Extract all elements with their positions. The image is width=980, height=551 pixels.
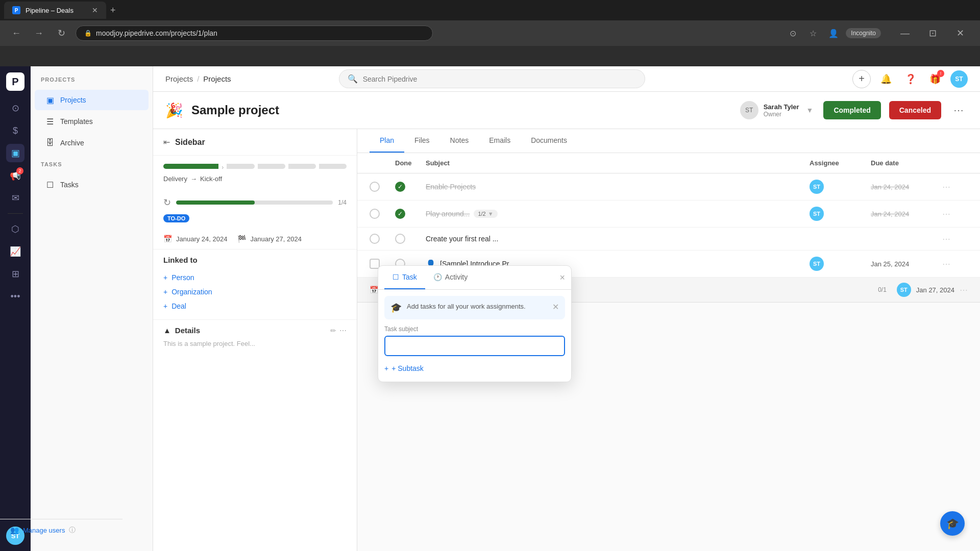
nav-icon-more[interactable]: ••• (6, 287, 24, 306)
section-more[interactable]: ⋯ (960, 285, 968, 295)
new-tab-button[interactable]: + (106, 3, 120, 18)
add-organization-link[interactable]: + Organization (163, 285, 347, 299)
tab-close-btn[interactable]: ✕ (92, 6, 98, 14)
row-checkbox-1[interactable] (370, 182, 395, 192)
sidebar-toggle-btn[interactable]: ⇤ (163, 137, 170, 147)
subtask-badge-2[interactable]: 1/2 ▼ (474, 210, 497, 218)
task-tab-task[interactable]: ☐ Task (384, 266, 425, 289)
browser-tab[interactable]: P Pipeline – Deals ✕ (4, 2, 106, 19)
start-date-label: January 24, 2024 (176, 235, 227, 243)
sidebar-item-projects[interactable]: ▣ Projects (35, 90, 149, 110)
forward-button[interactable]: → (31, 25, 47, 41)
breadcrumb-projects[interactable]: Projects (165, 74, 193, 83)
project-header: 🎉 Sample project ST Sarah Tyler Owner ▼ … (153, 92, 980, 129)
breadcrumb-separator: / (197, 74, 199, 83)
row-more-3[interactable]: ⋯ (942, 234, 968, 244)
col-more (942, 159, 968, 167)
col-duedate: Due date (871, 159, 942, 167)
nav-icon-deals[interactable]: $ (6, 121, 24, 140)
details-actions: ✏ ⋯ (330, 327, 347, 335)
details-header[interactable]: ▲ Details ✏ ⋯ (163, 326, 347, 335)
task-subject-input[interactable] (384, 336, 565, 356)
section-progress-label: 0/1 (878, 286, 887, 293)
start-date: 📅 January 24, 2024 (163, 235, 227, 243)
nav-icon-reports[interactable]: 📈 (6, 242, 24, 261)
tasks-icon: ☐ (45, 180, 55, 190)
linked-title: Linked to (163, 256, 347, 264)
cast-icon[interactable]: ⊙ (785, 25, 801, 41)
row-done-1[interactable]: ✓ (395, 182, 426, 192)
app-logo[interactable]: P (6, 72, 24, 91)
profile-icon[interactable]: 👤 (825, 25, 842, 41)
task-hint-close-btn[interactable]: ✕ (552, 302, 559, 312)
row-subject-2[interactable]: Play around... (426, 210, 470, 218)
help-btn[interactable]: ❓ (901, 70, 920, 88)
details-edit-btn[interactable]: ✏ (330, 327, 336, 335)
completed-button[interactable]: Completed (823, 101, 880, 119)
tab-title: Pipeline – Deals (26, 7, 74, 14)
tab-files[interactable]: Files (404, 129, 440, 153)
nav-icon-apps[interactable]: ⊞ (6, 265, 24, 283)
search-input-wrap[interactable]: 🔍 (339, 69, 645, 88)
chat-button[interactable]: 🎓 (940, 511, 965, 536)
row-duedate-4: Jan 25, 2024 (871, 260, 942, 268)
tab-documents[interactable]: Documents (521, 129, 577, 153)
tab-emails[interactable]: Emails (479, 129, 521, 153)
sidebar-item-archive[interactable]: 🗄 Archive (35, 133, 149, 153)
address-bar[interactable]: 🔒 moodjoy.pipedrive.com/projects/1/plan (76, 26, 433, 41)
row-more-4[interactable]: ⋯ (942, 259, 968, 269)
project-sidebar-header: ⇤ Sidebar (153, 129, 357, 156)
tab-notes[interactable]: Notes (440, 129, 479, 153)
task-tab-activity[interactable]: 🕐 Activity (425, 266, 476, 289)
add-subtask-btn[interactable]: + + Subtask (384, 361, 565, 375)
minimize-button[interactable]: — (893, 26, 917, 41)
notifications-btn[interactable]: 🔔 (877, 70, 895, 88)
refresh-button[interactable]: ↻ (53, 25, 69, 41)
row-done-2[interactable]: ✓ (395, 209, 426, 219)
nav-icon-mail[interactable]: ✉ (6, 189, 24, 207)
bookmark-icon[interactable]: ☆ (805, 25, 821, 41)
row-more-1[interactable]: ⋯ (942, 182, 968, 192)
add-deal-link[interactable]: + Deal (163, 299, 347, 313)
nav-icon-activities[interactable]: 📢2 (6, 166, 24, 185)
details-more-btn[interactable]: ⋯ (339, 327, 347, 335)
refresh-icon: ↻ (163, 197, 171, 208)
subtask-add-label: + Subtask (391, 364, 424, 372)
task-progress-bar-wrap (176, 201, 333, 205)
row-done-3[interactable] (395, 234, 426, 244)
task-dialog: ☐ Task 🕐 Activity × 🎓 Add tasks for all … (378, 265, 572, 382)
date-row: 📅 January 24, 2024 🏁 January 27, 2024 (153, 229, 357, 249)
gift-btn[interactable]: 🎁! (926, 70, 944, 88)
col-done: Done (395, 159, 426, 167)
table-row: Create your first real ... ⋯ (357, 228, 980, 251)
manage-users-btn[interactable]: 👥 Manage users ⓘ (0, 519, 122, 541)
tab-plan[interactable]: Plan (370, 129, 404, 153)
canceled-button[interactable]: Canceled (889, 101, 941, 119)
task-dialog-close-btn[interactable]: × (559, 272, 565, 283)
browser-nav-bar: ← → ↻ 🔒 moodjoy.pipedrive.com/projects/1… (0, 20, 980, 46)
add-deal-icon: + (163, 302, 167, 310)
add-person-link[interactable]: + Person (163, 270, 347, 285)
nav-icon-home[interactable]: ⊙ (6, 99, 24, 117)
maximize-button[interactable]: ⊡ (921, 26, 944, 41)
row-checkbox-2[interactable] (370, 209, 395, 219)
progress-stages: › (163, 164, 347, 171)
search-input[interactable] (363, 75, 636, 83)
user-avatar[interactable]: ST (950, 70, 968, 88)
owner-avatar: ST (740, 101, 758, 119)
row-more-2[interactable]: ⋯ (942, 209, 968, 219)
back-button[interactable]: ← (8, 25, 24, 41)
add-button[interactable]: + (852, 70, 871, 88)
row-subject-3[interactable]: Create your first real ... (426, 235, 810, 243)
project-more-button[interactable]: ⋯ (949, 100, 968, 120)
sidebar-item-tasks[interactable]: ☐ Tasks (35, 174, 149, 195)
task-form: Task subject + + Subtask (378, 325, 571, 382)
close-button[interactable]: ✕ (948, 26, 972, 41)
row-checkbox-3[interactable] (370, 234, 395, 244)
owner-dropdown-icon[interactable]: ▼ (804, 104, 816, 116)
sidebar-item-templates[interactable]: ☰ Templates (35, 111, 149, 132)
nav-icon-leads[interactable]: ⬡ (6, 220, 24, 238)
nav-icon-projects[interactable]: ▣ (6, 144, 24, 162)
details-title: Details (175, 326, 200, 335)
row-subject-1[interactable]: Enable Projects (426, 183, 810, 191)
